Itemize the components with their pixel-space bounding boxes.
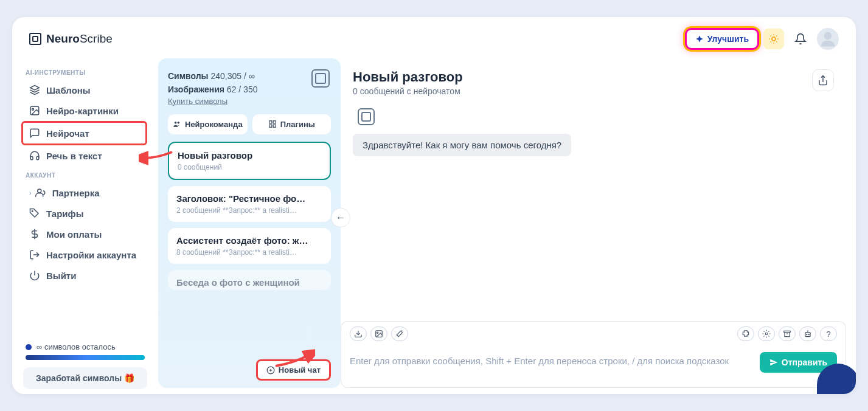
tool-archive[interactable]	[779, 326, 796, 341]
conversation-card[interactable]: Заголовок: "Рестичное фо… 2 сообщений **…	[168, 186, 331, 222]
new-chat-button[interactable]: Новый чат	[256, 359, 331, 381]
svg-point-0	[772, 37, 776, 41]
sidebar-footer: ∞ символов осталось Заработай символы 🎁	[23, 336, 147, 389]
sidebar-item-images[interactable]: Нейро-картинки	[23, 100, 147, 121]
upgrade-button[interactable]: Улучшить	[687, 30, 757, 48]
svg-point-19	[808, 334, 809, 335]
earn-symbols-button[interactable]: Заработай символы 🎁	[23, 367, 147, 389]
plus-circle-icon	[266, 366, 275, 375]
sidebar-item-templates[interactable]: Шаблоны	[23, 80, 147, 100]
sidebar-item-partner[interactable]: Партнерка	[23, 182, 147, 203]
images-stat: Изображения 62 / 350	[168, 83, 331, 96]
collapse-panel-button[interactable]: ←	[331, 208, 350, 227]
theme-toggle[interactable]	[763, 29, 784, 49]
send-label: Отправить	[782, 357, 827, 367]
sidebar-item-label: Шаблоны	[46, 85, 91, 95]
tool-settings[interactable]	[758, 326, 775, 341]
svg-point-18	[807, 334, 807, 335]
tab-label: Нейрокоманда	[185, 120, 243, 129]
sidebar-item-payments[interactable]: Мои оплаты	[23, 224, 147, 244]
chat-header: Новый разговор 0 сообщений с нейрочатом	[341, 58, 846, 105]
svg-point-1	[824, 32, 832, 40]
logo[interactable]: NeuroScribe	[29, 32, 113, 46]
logout-settings-icon	[29, 249, 40, 260]
symbols-remaining: ∞ символов осталось	[26, 342, 145, 351]
archive-icon	[783, 330, 791, 338]
chat-list-panel: Символы 240,305 / ∞ Изображения 62 / 350…	[158, 58, 341, 388]
svg-rect-11	[273, 125, 276, 127]
svg-rect-10	[269, 125, 271, 127]
layers-icon	[29, 85, 40, 95]
sidebar-item-label: Нейро-картинки	[46, 106, 119, 116]
images-value: 62 / 350	[227, 85, 258, 94]
chat-icon	[29, 128, 40, 139]
new-chat-label: Новый чат	[279, 365, 321, 375]
conversation-title: Беседа о фото с женщиной	[176, 277, 322, 288]
app-shell: NeuroScribe Улучшить AI-ИНСТРУМЕНТЫ Шабл…	[12, 17, 856, 394]
upgrade-label: Улучшить	[707, 34, 749, 44]
tab-plugins[interactable]: Плагины	[252, 114, 331, 134]
tab-neuro-team[interactable]: Нейрокоманда	[168, 114, 248, 134]
symbols-value: 240,305 / ∞	[210, 71, 254, 81]
users-icon	[35, 187, 46, 198]
svg-point-7	[178, 122, 180, 124]
headphones-icon	[29, 150, 40, 161]
rocket-icon	[695, 35, 704, 43]
svg-rect-9	[273, 121, 276, 123]
share-button[interactable]	[812, 69, 834, 91]
assistant-message: Здравствуйте! Как я могу вам помочь сего…	[353, 134, 571, 156]
conversation-card[interactable]: Беседа о фото с женщиной	[168, 270, 331, 290]
buy-symbols-link[interactable]: Купить символы	[168, 97, 331, 106]
svg-point-6	[175, 122, 177, 124]
new-chat-row: Новый чат	[168, 359, 331, 381]
chat-subtitle: 0 сообщений с нейрочатом	[353, 86, 463, 96]
symbols-remaining-label: ∞ символов осталось	[36, 342, 116, 351]
tool-image[interactable]	[370, 326, 387, 341]
download-icon	[354, 330, 363, 338]
svg-point-15	[765, 333, 768, 335]
sun-icon	[768, 33, 779, 44]
tool-upload[interactable]	[350, 326, 367, 341]
conversation-card[interactable]: Ассистент создаёт фото: ж… 8 сообщений *…	[168, 228, 331, 264]
chat-title: Новый разговор	[353, 69, 463, 85]
sidebar-item-plans[interactable]: Тарифы	[23, 203, 147, 224]
body: AI-ИНСТРУМЕНТЫ Шаблоны Нейро-картинки Не…	[12, 58, 856, 394]
tab-label: Плагины	[280, 120, 315, 129]
composer-toolbar: ?	[341, 321, 846, 346]
chat-tabs: Нейрокоманда Плагины	[168, 114, 331, 134]
sidebar-item-label: Выйти	[46, 271, 76, 281]
svg-point-4	[37, 189, 41, 193]
image-icon	[375, 330, 383, 338]
sidebar-item-label: Тарифы	[46, 209, 83, 219]
sidebar-item-logout[interactable]: Выйти	[23, 265, 147, 286]
logo-icon	[29, 33, 41, 45]
tool-robot[interactable]	[799, 326, 816, 341]
conversation-sub: 8 сообщений **Запрос:** a realisti…	[176, 248, 322, 257]
sidebar-item-label: Мои оплаты	[46, 229, 102, 240]
sidebar-item-speech[interactable]: Речь в текст	[23, 145, 147, 166]
sidebar: AI-ИНСТРУМЕНТЫ Шаблоны Нейро-картинки Не…	[12, 58, 158, 394]
message-input[interactable]	[350, 352, 754, 387]
conversation-card[interactable]: Новый разговор 0 сообщений	[168, 142, 331, 180]
user-icon	[819, 30, 837, 48]
conversation-title: Ассистент создаёт фото: ж…	[176, 235, 322, 246]
tool-help[interactable]: ?	[820, 326, 837, 341]
header-actions: Улучшить	[687, 28, 839, 50]
svg-rect-8	[269, 121, 271, 123]
arrow-left-icon: ←	[336, 212, 345, 223]
svg-point-3	[32, 108, 34, 110]
section-account: АККАУНТ	[26, 172, 145, 179]
wand-icon	[395, 330, 404, 338]
avatar[interactable]	[817, 28, 839, 50]
conversation-sub: 2 сообщений **Запрос:** a realisti…	[176, 206, 322, 215]
tool-magic[interactable]	[391, 326, 408, 341]
puzzle-icon	[741, 330, 750, 338]
sidebar-item-settings[interactable]: Настройки аккаунта	[23, 244, 147, 265]
notifications-button[interactable]	[790, 29, 811, 49]
svg-point-5	[32, 211, 33, 212]
tool-extension[interactable]	[737, 326, 754, 341]
logo-text: NeuroScribe	[46, 32, 113, 46]
sidebar-item-neurochat[interactable]: Нейрочат	[21, 121, 147, 145]
stats-icon	[311, 69, 330, 88]
grid-icon	[268, 120, 277, 128]
